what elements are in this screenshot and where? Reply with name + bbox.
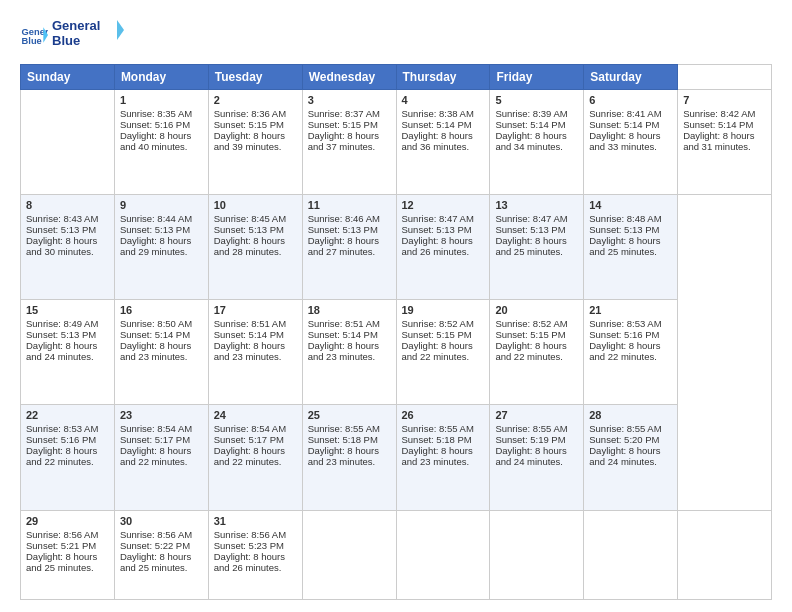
day-number: 7 xyxy=(683,94,766,106)
sunrise-text: Sunrise: 8:47 AM xyxy=(495,213,567,224)
sunset-text: Sunset: 5:22 PM xyxy=(120,540,190,551)
col-header-sunday: Sunday xyxy=(21,64,115,89)
calendar-cell: 21Sunrise: 8:53 AMSunset: 5:16 PMDayligh… xyxy=(584,300,678,405)
calendar-cell: 13Sunrise: 8:47 AMSunset: 5:13 PMDayligh… xyxy=(490,194,584,299)
day-number: 14 xyxy=(589,199,672,211)
day-number: 9 xyxy=(120,199,203,211)
calendar-cell: 29Sunrise: 8:56 AMSunset: 5:21 PMDayligh… xyxy=(21,510,115,599)
calendar-cell: 27Sunrise: 8:55 AMSunset: 5:19 PMDayligh… xyxy=(490,405,584,510)
col-header-tuesday: Tuesday xyxy=(208,64,302,89)
daylight-text: Daylight: 8 hours and 26 minutes. xyxy=(402,235,473,257)
sunset-text: Sunset: 5:13 PM xyxy=(402,224,472,235)
sunset-text: Sunset: 5:14 PM xyxy=(683,119,753,130)
page: General Blue General Blue SundayMondayTu… xyxy=(0,0,792,612)
day-number: 15 xyxy=(26,304,109,316)
calendar-cell: 14Sunrise: 8:48 AMSunset: 5:13 PMDayligh… xyxy=(584,194,678,299)
sunrise-text: Sunrise: 8:56 AM xyxy=(214,529,286,540)
day-number: 17 xyxy=(214,304,297,316)
day-number: 23 xyxy=(120,409,203,421)
calendar-cell: 16Sunrise: 8:50 AMSunset: 5:14 PMDayligh… xyxy=(114,300,208,405)
sunrise-text: Sunrise: 8:36 AM xyxy=(214,108,286,119)
sunrise-text: Sunrise: 8:55 AM xyxy=(589,423,661,434)
sunset-text: Sunset: 5:15 PM xyxy=(402,329,472,340)
sunrise-text: Sunrise: 8:55 AM xyxy=(402,423,474,434)
calendar-cell xyxy=(584,510,678,599)
daylight-text: Daylight: 8 hours and 29 minutes. xyxy=(120,235,191,257)
sunrise-text: Sunrise: 8:54 AM xyxy=(214,423,286,434)
sunrise-text: Sunrise: 8:56 AM xyxy=(120,529,192,540)
calendar-cell: 4Sunrise: 8:38 AMSunset: 5:14 PMDaylight… xyxy=(396,89,490,194)
sunrise-text: Sunrise: 8:50 AM xyxy=(120,318,192,329)
sunset-text: Sunset: 5:16 PM xyxy=(26,434,96,445)
day-number: 10 xyxy=(214,199,297,211)
calendar-cell: 3Sunrise: 8:37 AMSunset: 5:15 PMDaylight… xyxy=(302,89,396,194)
sunset-text: Sunset: 5:13 PM xyxy=(26,329,96,340)
sunset-text: Sunset: 5:21 PM xyxy=(26,540,96,551)
day-number: 11 xyxy=(308,199,391,211)
calendar-cell: 26Sunrise: 8:55 AMSunset: 5:18 PMDayligh… xyxy=(396,405,490,510)
sunset-text: Sunset: 5:14 PM xyxy=(120,329,190,340)
daylight-text: Daylight: 8 hours and 22 minutes. xyxy=(402,340,473,362)
col-header-saturday: Saturday xyxy=(584,64,678,89)
sunset-text: Sunset: 5:19 PM xyxy=(495,434,565,445)
calendar-cell: 6Sunrise: 8:41 AMSunset: 5:14 PMDaylight… xyxy=(584,89,678,194)
daylight-text: Daylight: 8 hours and 25 minutes. xyxy=(589,235,660,257)
calendar-cell: 1Sunrise: 8:35 AMSunset: 5:16 PMDaylight… xyxy=(114,89,208,194)
daylight-text: Daylight: 8 hours and 39 minutes. xyxy=(214,130,285,152)
sunset-text: Sunset: 5:14 PM xyxy=(495,119,565,130)
sunrise-text: Sunrise: 8:55 AM xyxy=(308,423,380,434)
sunrise-text: Sunrise: 8:49 AM xyxy=(26,318,98,329)
calendar-cell: 11Sunrise: 8:46 AMSunset: 5:13 PMDayligh… xyxy=(302,194,396,299)
daylight-text: Daylight: 8 hours and 24 minutes. xyxy=(26,340,97,362)
day-number: 1 xyxy=(120,94,203,106)
day-number: 5 xyxy=(495,94,578,106)
daylight-text: Daylight: 8 hours and 28 minutes. xyxy=(214,235,285,257)
sunrise-text: Sunrise: 8:48 AM xyxy=(589,213,661,224)
calendar-table: SundayMondayTuesdayWednesdayThursdayFrid… xyxy=(20,64,772,600)
daylight-text: Daylight: 8 hours and 26 minutes. xyxy=(214,551,285,573)
sunrise-text: Sunrise: 8:37 AM xyxy=(308,108,380,119)
calendar-cell xyxy=(490,510,584,599)
daylight-text: Daylight: 8 hours and 22 minutes. xyxy=(120,445,191,467)
sunset-text: Sunset: 5:16 PM xyxy=(120,119,190,130)
header: General Blue General Blue xyxy=(20,16,772,54)
daylight-text: Daylight: 8 hours and 31 minutes. xyxy=(683,130,754,152)
daylight-text: Daylight: 8 hours and 30 minutes. xyxy=(26,235,97,257)
sunset-text: Sunset: 5:14 PM xyxy=(308,329,378,340)
col-header-friday: Friday xyxy=(490,64,584,89)
sunset-text: Sunset: 5:16 PM xyxy=(589,329,659,340)
calendar-cell xyxy=(678,510,772,599)
day-number: 29 xyxy=(26,515,109,527)
daylight-text: Daylight: 8 hours and 24 minutes. xyxy=(589,445,660,467)
sunrise-text: Sunrise: 8:46 AM xyxy=(308,213,380,224)
calendar-cell: 30Sunrise: 8:56 AMSunset: 5:22 PMDayligh… xyxy=(114,510,208,599)
logo: General Blue General Blue xyxy=(20,16,124,54)
day-number: 19 xyxy=(402,304,485,316)
daylight-text: Daylight: 8 hours and 22 minutes. xyxy=(214,445,285,467)
col-header-thursday: Thursday xyxy=(396,64,490,89)
day-number: 22 xyxy=(26,409,109,421)
day-number: 18 xyxy=(308,304,391,316)
daylight-text: Daylight: 8 hours and 25 minutes. xyxy=(120,551,191,573)
sunrise-text: Sunrise: 8:35 AM xyxy=(120,108,192,119)
calendar-header-row: SundayMondayTuesdayWednesdayThursdayFrid… xyxy=(21,64,772,89)
sunset-text: Sunset: 5:17 PM xyxy=(214,434,284,445)
svg-marker-5 xyxy=(117,20,124,40)
calendar-cell: 5Sunrise: 8:39 AMSunset: 5:14 PMDaylight… xyxy=(490,89,584,194)
day-number: 30 xyxy=(120,515,203,527)
col-header-monday: Monday xyxy=(114,64,208,89)
day-number: 13 xyxy=(495,199,578,211)
calendar-cell: 31Sunrise: 8:56 AMSunset: 5:23 PMDayligh… xyxy=(208,510,302,599)
daylight-text: Daylight: 8 hours and 25 minutes. xyxy=(495,235,566,257)
calendar-cell: 19Sunrise: 8:52 AMSunset: 5:15 PMDayligh… xyxy=(396,300,490,405)
calendar-cell: 20Sunrise: 8:52 AMSunset: 5:15 PMDayligh… xyxy=(490,300,584,405)
sunrise-text: Sunrise: 8:47 AM xyxy=(402,213,474,224)
logo-icon: General Blue xyxy=(20,21,48,49)
sunrise-text: Sunrise: 8:44 AM xyxy=(120,213,192,224)
sunrise-text: Sunrise: 8:56 AM xyxy=(26,529,98,540)
calendar-cell: 12Sunrise: 8:47 AMSunset: 5:13 PMDayligh… xyxy=(396,194,490,299)
logo-text: General Blue xyxy=(52,16,124,54)
sunset-text: Sunset: 5:15 PM xyxy=(495,329,565,340)
daylight-text: Daylight: 8 hours and 27 minutes. xyxy=(308,235,379,257)
sunset-text: Sunset: 5:23 PM xyxy=(214,540,284,551)
